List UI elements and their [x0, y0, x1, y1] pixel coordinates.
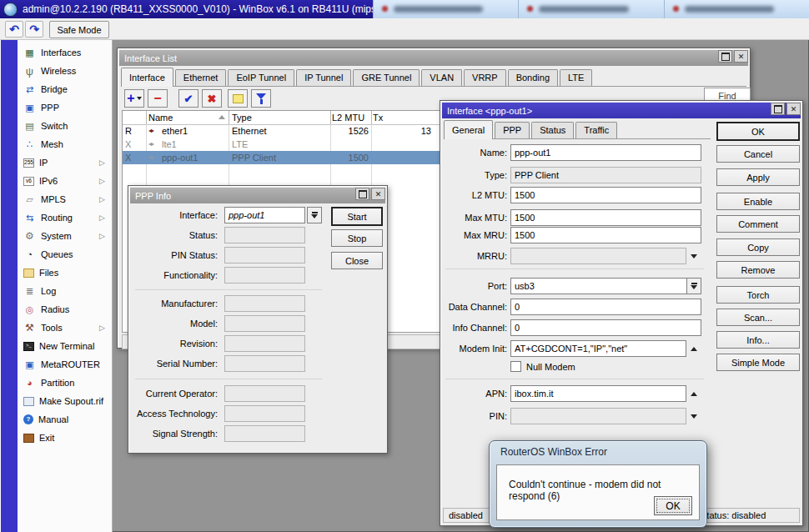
add-button[interactable]: + — [124, 89, 144, 108]
enable-button[interactable]: ✔ — [178, 89, 198, 108]
sidebar-item-routing[interactable]: ⇆Routing▷ — [18, 208, 112, 227]
redo-button[interactable]: ↷ — [25, 21, 43, 38]
sidebar-item-manual[interactable]: ?Manual — [18, 410, 112, 429]
radius-icon: ◎ — [23, 304, 36, 316]
sidebar-item-files[interactable]: Files — [18, 263, 112, 282]
sidebar-item-bridge[interactable]: ⇄Bridge — [18, 80, 112, 98]
tab-status[interactable]: Status — [531, 122, 574, 138]
torch-button[interactable]: Torch — [716, 286, 800, 304]
maximize-button[interactable] — [718, 50, 732, 63]
sidebar-item-make-supout[interactable]: Make Supout.rif — [18, 392, 112, 410]
ppp-info-title-bar[interactable]: PPP Info — [130, 188, 385, 203]
stop-button[interactable]: Stop — [331, 229, 383, 247]
remove-button[interactable]: − — [148, 89, 168, 108]
comment-button[interactable]: Comment — [716, 215, 800, 233]
modem-init-field[interactable]: AT+CGDCONT=1,"IP","net" — [510, 340, 686, 357]
column-header-name[interactable]: Name — [148, 111, 173, 124]
sidebar-item-radius[interactable]: ◎Radius — [18, 300, 112, 319]
sidebar-item-mpls[interactable]: ▱MPLS▷ — [18, 190, 112, 208]
safe-mode-button[interactable]: Safe Mode — [49, 21, 109, 38]
sidebar-item-new-terminal[interactable]: >_New Terminal — [18, 337, 112, 355]
tab-vlan[interactable]: VLAN — [421, 69, 462, 86]
max-mru-field[interactable]: 1500 — [510, 227, 701, 243]
tab-ethernet[interactable]: Ethernet — [175, 69, 227, 86]
close-window-button[interactable]: Close — [331, 252, 383, 269]
undo-button[interactable]: ↶ — [5, 21, 23, 38]
filter-button[interactable] — [251, 89, 271, 108]
interface-field-label: Interface: — [130, 207, 218, 223]
info-channel-field[interactable]: 0 — [510, 319, 701, 336]
tab-interface[interactable]: Interface — [121, 68, 173, 87]
row-name: lte1 — [162, 138, 227, 151]
error-ok-button[interactable]: OK — [654, 496, 692, 515]
column-header-l2mtu[interactable]: L2 MTU — [332, 111, 364, 124]
column-header-type[interactable]: Type — [232, 111, 252, 124]
sidebar-item-wireless[interactable]: ψWireless — [18, 62, 112, 80]
cancel-button[interactable]: Cancel — [716, 145, 800, 163]
current-operator-field — [224, 385, 305, 402]
sidebar-item-interfaces[interactable]: ▦Interfaces — [18, 43, 112, 62]
ok-button[interactable]: OK — [716, 122, 800, 141]
tab-eoip-tunnel[interactable]: EoIP Tunnel — [228, 69, 294, 86]
app-title-bar[interactable]: admin@10.2.2.190 (RB411_XXSS0000_V010) -… — [0, 0, 373, 18]
sidebar-item-ipv6[interactable]: v6IPv6▷ — [18, 172, 112, 190]
interface-dropdown-button[interactable] — [307, 207, 322, 223]
close-button[interactable]: ✕ — [786, 103, 801, 115]
sidebar-item-mesh[interactable]: ∴Mesh — [18, 135, 112, 153]
close-button[interactable]: ✕ — [734, 50, 748, 63]
partition-icon: ◕ — [23, 377, 36, 389]
main-toolbar: ↶ ↷ Safe Mode — [0, 18, 809, 40]
tab-gre-tunnel[interactable]: GRE Tunnel — [353, 69, 420, 86]
sidebar-item-partition[interactable]: ◕Partition — [18, 374, 112, 392]
port-dropdown-button[interactable] — [686, 278, 701, 294]
column-header-tx[interactable]: Tx — [373, 111, 383, 124]
info-button[interactable]: Info... — [716, 331, 800, 349]
start-button[interactable]: Start — [331, 207, 383, 226]
sidebar-item-metarouter[interactable]: ▣MetaROUTER — [18, 355, 112, 374]
tab-lte[interactable]: LTE — [560, 69, 592, 86]
tab-traffic[interactable]: Traffic — [575, 122, 617, 138]
maximize-button[interactable] — [355, 188, 369, 200]
apn-field[interactable]: ibox.tim.it — [510, 385, 686, 402]
modem-init-collapse-button[interactable] — [690, 340, 698, 357]
port-field[interactable]: usb3 — [510, 278, 701, 294]
enable-button[interactable]: Enable — [716, 193, 800, 210]
tab-general[interactable]: General — [444, 120, 493, 139]
sidebar-item-system[interactable]: ⚙System▷ — [18, 227, 112, 245]
tab-ppp[interactable]: PPP — [495, 122, 530, 138]
null-modem-checkbox[interactable] — [510, 361, 521, 372]
comment-button[interactable] — [228, 89, 248, 108]
mrru-expand-button[interactable] — [690, 248, 698, 264]
remove-button[interactable]: Remove — [716, 261, 800, 279]
pin-expand-button[interactable] — [690, 408, 698, 424]
sidebar-item-ip[interactable]: 255IP▷ — [18, 153, 112, 172]
maximize-button[interactable] — [771, 103, 785, 115]
max-mtu-field[interactable]: 1500 — [510, 209, 701, 226]
tab-bonding[interactable]: Bonding — [508, 69, 558, 86]
apn-collapse-button[interactable] — [690, 385, 698, 402]
sidebar-item-queues[interactable]: ◔Queues — [18, 245, 112, 263]
l2mtu-field[interactable]: 1500 — [510, 187, 701, 203]
disable-button[interactable]: ✖ — [202, 89, 222, 108]
tab-ip-tunnel[interactable]: IP Tunnel — [296, 69, 351, 86]
sidebar-item-ppp[interactable]: ▣PPP — [18, 98, 112, 117]
data-channel-field[interactable]: 0 — [510, 299, 701, 315]
row-l2mtu: 1526 — [332, 124, 369, 138]
close-button[interactable]: ✕ — [371, 188, 385, 200]
interface-field[interactable]: ppp-out1 — [224, 207, 305, 223]
sidebar-item-switch[interactable]: ▤Switch — [18, 117, 112, 135]
sidebar-item-tools[interactable]: ⚒Tools▷ — [18, 319, 112, 337]
tab-vrrp[interactable]: VRRP — [464, 69, 506, 86]
apply-button[interactable]: Apply — [716, 168, 800, 186]
simple-mode-button[interactable]: Simple Mode — [716, 354, 800, 371]
sidebar-item-log[interactable]: ≣Log — [18, 282, 112, 300]
row-flag: X — [125, 151, 145, 164]
copy-button[interactable]: Copy — [716, 238, 800, 256]
interface-list-title-bar[interactable]: Interface List — [119, 50, 748, 66]
sidebar-item-exit[interactable]: Exit — [18, 429, 112, 447]
interface-dialog-title-bar[interactable]: Interface <ppp-out1> — [442, 103, 801, 118]
modem-init-field-label: Modem Init: — [442, 340, 507, 357]
mrru-field-label: MRRU: — [442, 248, 507, 264]
name-field[interactable]: ppp-out1 — [510, 144, 701, 161]
scan-button[interactable]: Scan... — [716, 309, 800, 326]
